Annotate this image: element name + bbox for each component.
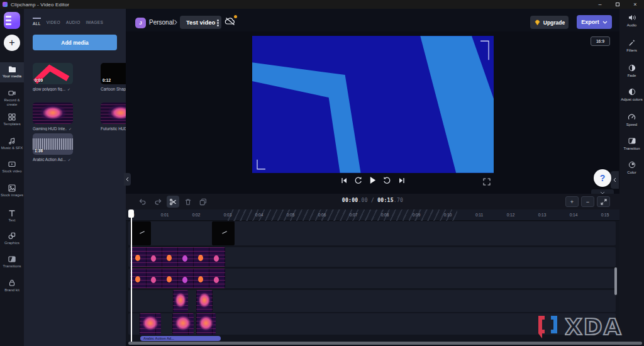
clip-hud-track2[interactable] [130, 247, 225, 267]
zoom-out-button[interactable]: − [581, 196, 594, 207]
clipchamp-home-logo[interactable] [4, 12, 20, 29]
ruler-tick: 0:12 [507, 213, 515, 217]
tab-audio[interactable]: AUDIO [66, 18, 80, 26]
svg-text:XDA: XDA [565, 315, 623, 340]
skip-to-end-button[interactable] [397, 176, 406, 185]
rewind-button[interactable] [354, 176, 362, 185]
color-wheel-icon [628, 161, 636, 169]
tab-video[interactable]: VIDEO [47, 18, 60, 26]
project-menu-button[interactable] [217, 22, 219, 24]
tab-all[interactable]: ALL [33, 18, 41, 26]
minimize-button[interactable]: – [591, 0, 609, 9]
timeline-toolbar: 00:00.00 / 00:15.70 + − [126, 194, 619, 209]
clip-hud-track3[interactable] [130, 269, 225, 288]
offline-status-badge [234, 15, 237, 18]
export-button[interactable]: Export [577, 15, 612, 29]
breadcrumb-chevron-icon [174, 20, 178, 25]
zoom-fit-button[interactable] [597, 196, 610, 207]
media-title: glow polygon fig... [33, 87, 65, 91]
tool-audio[interactable]: Audio [619, 14, 644, 28]
forward-button[interactable] [383, 176, 391, 185]
tab-images[interactable]: IMAGES [86, 18, 104, 26]
help-button[interactable]: ? [594, 169, 611, 187]
tool-filters[interactable]: Filters [619, 39, 644, 53]
create-new-button[interactable]: + [4, 35, 20, 51]
playhead-handle[interactable] [128, 209, 134, 218]
clip-hud-track5-b[interactable] [172, 313, 194, 335]
clip-cartoon-1[interactable] [130, 221, 151, 245]
maximize-button[interactable] [609, 0, 626, 9]
add-media-button[interactable]: Add media [33, 35, 117, 50]
clip-hud-track5-a[interactable] [140, 313, 161, 335]
camera-icon [8, 89, 16, 97]
media-thumbnail [33, 103, 73, 124]
ruler-tick: 0:07 [350, 213, 358, 217]
folder-icon [8, 65, 16, 73]
speed-gauge-icon [628, 113, 636, 121]
clip-audio-arabic-action[interactable]: Arabic Action Ad... [140, 336, 221, 341]
undo-button[interactable] [136, 196, 148, 208]
media-item-glow-polygon[interactable]: 0:09 glow polygon fig...✓ [33, 63, 73, 91]
timeline-ruler[interactable]: 0 0:01 0:02 0:03 0:04 0:05 0:06 0:07 0:0… [126, 209, 619, 221]
media-item-gaming-hud[interactable]: Gaming HUD Inte...✓ [33, 103, 73, 131]
project-title-field[interactable]: Test video [180, 16, 221, 29]
workspace-avatar[interactable]: J [135, 18, 146, 28]
cloud-offline-icon[interactable] [225, 17, 236, 26]
redo-button[interactable] [152, 196, 164, 208]
duplicate-button[interactable] [197, 196, 209, 208]
clip-hud-track4-a[interactable] [173, 290, 188, 312]
app-logo-icon [3, 2, 8, 7]
tool-adjust-colors[interactable]: Adjust colors [619, 88, 644, 102]
tool-color[interactable]: Color [619, 161, 644, 175]
media-library-panel: ALL VIDEO AUDIO IMAGES Add media 0:09 gl… [24, 9, 126, 346]
skip-to-start-button[interactable] [340, 176, 348, 185]
panel-collapse-handle-right[interactable] [611, 171, 619, 189]
ruler-tick: 0:02 [192, 213, 201, 217]
delete-button[interactable] [182, 196, 194, 208]
sidebar-item-templates[interactable]: Templates [0, 113, 24, 126]
sidebar-item-stock-images[interactable]: Stock images [0, 184, 24, 198]
timeline-horizontal-scrollbar[interactable] [128, 342, 642, 345]
tool-fade[interactable]: Fade [619, 64, 644, 78]
media-item-arabic-action[interactable]: 1:36 Arabic Action Ad...✓ [33, 133, 73, 162]
breadcrumb-workspace[interactable]: Personal [149, 19, 174, 26]
playhead-line[interactable] [131, 209, 132, 342]
aspect-ratio-badge[interactable]: 16:9 [591, 36, 610, 46]
timeline-vertical-scrollbar[interactable] [614, 267, 617, 295]
split-scissors-button[interactable] [167, 196, 179, 208]
clipchamp-window: Clipchamp - Video Editor – × + Your medi… [0, 0, 644, 346]
sidebar-item-music-sfx[interactable]: Music & SFX [0, 137, 24, 150]
sidebar-item-brand-kit[interactable]: Brand kit [0, 279, 24, 293]
gem-icon [534, 20, 541, 26]
ruler-tick: 0:14 [570, 213, 578, 217]
timecode-display: 00:00.00 / 00:15.70 [342, 198, 403, 203]
ruler-tick: 0:11 [475, 213, 483, 217]
text-icon [8, 209, 16, 217]
close-button[interactable]: × [626, 0, 644, 9]
upgrade-button[interactable]: Upgrade [530, 16, 569, 29]
clip-hud-track5-c[interactable] [196, 313, 216, 335]
track-lane-1 [128, 221, 616, 245]
total-time: 00:15 [377, 198, 394, 203]
tool-transition[interactable]: Transition [619, 137, 644, 151]
brand-kit-icon [8, 279, 16, 287]
zoom-in-button[interactable]: + [565, 196, 579, 207]
panel-collapse-handle-left[interactable] [124, 173, 131, 186]
sidebar-item-transitions[interactable]: Transitions [0, 255, 24, 269]
sidebar-item-graphics[interactable]: Graphics [0, 232, 24, 245]
sidebar-item-record-create[interactable]: Record & create [0, 89, 24, 107]
clip-cartoon-2[interactable] [212, 221, 235, 245]
ruler-tick: 0:03 [224, 213, 232, 217]
sidebar-item-your-media[interactable]: Your media [0, 62, 24, 82]
sidebar-item-stock-video[interactable]: Stock video [0, 160, 24, 174]
play-button[interactable] [369, 176, 377, 185]
ruler-tick: 0:05 [287, 213, 295, 217]
transition-icon [628, 137, 636, 145]
clip-hud-track4-b[interactable] [196, 290, 213, 312]
playback-controls [340, 176, 406, 185]
sidebar-item-text[interactable]: Text [0, 209, 24, 223]
fullscreen-button[interactable] [483, 177, 491, 188]
video-preview-canvas[interactable] [252, 36, 494, 173]
tool-speed[interactable]: Speed [619, 113, 644, 127]
filters-wand-icon [628, 39, 636, 47]
